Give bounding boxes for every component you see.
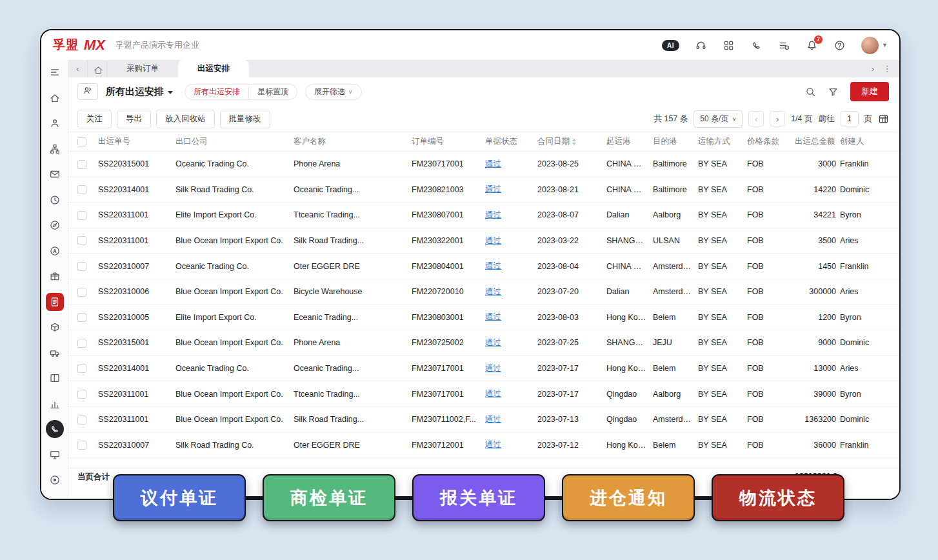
row-checkbox[interactable]: [77, 160, 86, 169]
sidebar-item-device-monitor-icon[interactable]: [46, 446, 64, 464]
sidebar-item-mail-icon[interactable]: [46, 165, 64, 183]
export-button[interactable]: 导出: [117, 110, 151, 128]
status-link[interactable]: 通过: [485, 415, 501, 424]
sidebar-item-pending-tasks-icon[interactable]: [46, 191, 64, 209]
row-checkbox[interactable]: [77, 313, 86, 322]
overlay-button-warehouse-notice[interactable]: 进仓通知: [562, 474, 695, 521]
status-link[interactable]: 通过: [485, 389, 501, 398]
overlay-button-inspection-docs[interactable]: 商检单证: [263, 474, 395, 521]
row-checkbox[interactable]: [77, 262, 86, 271]
goto-page-input[interactable]: [841, 111, 859, 126]
filter-funnel-icon[interactable]: [828, 86, 839, 97]
table-row[interactable]: SS220311001Blue Ocean Import Export Co.T…: [68, 381, 899, 407]
table-row[interactable]: SS220315001Blue Ocean Import Export Co.P…: [68, 330, 899, 356]
table-row[interactable]: SS220311001Blue Ocean Import Export Co.S…: [68, 407, 899, 433]
sidebar-item-settings-target-icon[interactable]: [46, 471, 64, 489]
table-row[interactable]: SS220315001Oceanic Trading Co.Phone Aren…: [68, 152, 899, 177]
tabs-more-icon[interactable]: ⋮: [881, 64, 893, 74]
status-link[interactable]: 通过: [485, 236, 501, 245]
expand-filter-button[interactable]: 展开筛选 ∨: [305, 84, 362, 100]
column-header-status[interactable]: 单据状态: [485, 136, 537, 147]
column-header-destination_port[interactable]: 目的港: [653, 136, 698, 147]
help-icon[interactable]: [833, 39, 846, 52]
table-row[interactable]: SS220310005Elite Import Export Co.Eceani…: [68, 305, 899, 331]
page-size-select[interactable]: 50 条/页 ∨: [694, 110, 743, 128]
sidebar-item-product-icon[interactable]: [46, 267, 64, 285]
search-icon[interactable]: [805, 86, 816, 97]
status-link[interactable]: 通过: [485, 261, 501, 270]
tab-back-button[interactable]: ‹: [68, 60, 88, 77]
row-checkbox[interactable]: [77, 415, 86, 425]
sidebar-item-ai-assistant-icon[interactable]: [46, 242, 64, 260]
avatar[interactable]: ▼: [861, 37, 888, 54]
overlay-button-negotiation-docs[interactable]: 议付单证: [113, 474, 246, 521]
column-header-amount[interactable]: 出运总金额: [795, 136, 840, 147]
row-checkbox[interactable]: [77, 390, 86, 399]
row-checkbox[interactable]: [77, 364, 86, 373]
status-link[interactable]: 通过: [485, 185, 501, 194]
task-list-icon[interactable]: [778, 39, 790, 52]
table-row[interactable]: SS220310007Silk Road Trading Co.Oter EGG…: [68, 433, 899, 459]
table-row[interactable]: SS220311001Elite Import Export Co.Ttcean…: [68, 203, 899, 228]
sidebar-item-contacts-icon[interactable]: [46, 114, 64, 132]
sidebar-item-home-icon[interactable]: [46, 89, 64, 107]
row-checkbox[interactable]: [77, 185, 86, 194]
column-header-creator[interactable]: 创建人: [840, 136, 899, 147]
row-checkbox[interactable]: [77, 441, 86, 450]
column-header-customer[interactable]: 客户名称: [294, 136, 412, 147]
table-row[interactable]: SS220310006Blue Ocean Import Export Co.B…: [68, 279, 899, 305]
row-checkbox[interactable]: [77, 236, 86, 245]
sidebar-item-org-structure-icon[interactable]: [46, 140, 64, 158]
column-header-contract_date[interactable]: 合同日期: [537, 136, 606, 147]
overlay-button-logistics-status[interactable]: 物流状态: [712, 474, 844, 521]
support-headset-icon[interactable]: [695, 39, 707, 52]
status-link[interactable]: 通过: [485, 338, 501, 347]
home-tab-button[interactable]: [88, 60, 107, 77]
table-row[interactable]: SS220314001Silk Road Trading Co.Oceanic …: [68, 177, 899, 203]
prev-page-button[interactable]: ‹: [748, 111, 764, 126]
select-all-checkbox[interactable]: [77, 137, 86, 146]
apps-grid-icon[interactable]: [723, 39, 735, 52]
row-checkbox[interactable]: [77, 339, 86, 348]
column-header-exporter[interactable]: 出口公司: [175, 136, 294, 147]
status-link[interactable]: 通过: [485, 364, 501, 373]
sidebar-item-whatsapp-icon[interactable]: [46, 420, 64, 438]
tab-purchase-orders[interactable]: 采购订单: [107, 60, 178, 77]
status-link[interactable]: 通过: [485, 159, 501, 168]
sidebar-item-discover-icon[interactable]: [46, 216, 64, 234]
status-link[interactable]: 通过: [485, 440, 501, 449]
quick-filter-starred[interactable]: 星标置顶: [249, 85, 297, 99]
next-page-button[interactable]: ›: [770, 111, 785, 126]
overlay-button-customs-docs[interactable]: 报关单证: [412, 474, 545, 521]
sidebar-item-inventory-icon[interactable]: [46, 318, 64, 336]
table-row[interactable]: SS220311001Blue Ocean Import Export Co.S…: [68, 228, 899, 254]
sidebar-item-report-chart-icon[interactable]: [46, 395, 64, 413]
column-header-departure_port[interactable]: 起运港: [606, 136, 653, 147]
status-link[interactable]: 通过: [485, 287, 501, 296]
column-header-transport[interactable]: 运输方式: [698, 136, 747, 147]
owner-filter-button[interactable]: [77, 83, 98, 100]
ai-badge[interactable]: AI: [662, 40, 679, 51]
quick-filter-all[interactable]: 所有出运安排: [185, 85, 249, 99]
column-header-shipping_no[interactable]: 出运单号: [98, 136, 175, 147]
sidebar-item-shipping-doc-icon[interactable]: [46, 293, 64, 311]
table-row[interactable]: SS220314001Oceanic Trading Co.Oceanic Tr…: [68, 356, 899, 382]
column-settings-icon[interactable]: [878, 114, 889, 125]
table-row[interactable]: SS220310007Oceanic Trading Co.Oter EGGER…: [68, 254, 899, 279]
row-checkbox[interactable]: [77, 288, 86, 297]
row-checkbox[interactable]: [77, 211, 86, 220]
sidebar-item-collapse-menu-icon[interactable]: [46, 63, 64, 81]
column-header-order_no[interactable]: 订单编号: [412, 136, 485, 147]
status-link[interactable]: 通过: [485, 210, 501, 219]
column-header-price_terms[interactable]: 价格条款: [747, 136, 795, 147]
sort-icon[interactable]: [572, 139, 576, 145]
batch-edit-button[interactable]: 批量修改: [220, 110, 270, 128]
tab-shipping-arrangements[interactable]: 出运安排: [178, 60, 249, 77]
status-link[interactable]: 通过: [485, 312, 501, 321]
sidebar-item-workspace-icon[interactable]: [46, 369, 64, 387]
whatsapp-icon[interactable]: [750, 39, 763, 52]
new-button[interactable]: 新建: [850, 82, 889, 101]
sidebar-item-logistics-icon[interactable]: [46, 344, 64, 362]
follow-button[interactable]: 关注: [77, 110, 112, 128]
notifications-bell-icon[interactable]: 7: [806, 39, 818, 52]
